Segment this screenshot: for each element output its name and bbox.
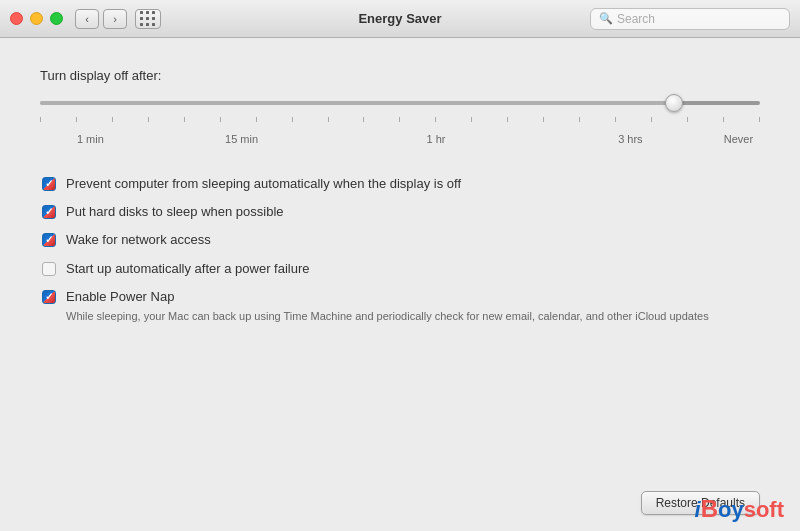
checkmark-icon: ✓ [45, 292, 53, 302]
watermark-rest: oy [718, 497, 744, 522]
checkbox-wrapper[interactable]: ✓ [40, 288, 58, 306]
checkmark-icon: ✓ [45, 235, 53, 245]
minimize-button[interactable] [30, 12, 43, 25]
slider-label-never: Never [724, 133, 753, 145]
slider-track-wrapper[interactable] [40, 93, 760, 113]
checkbox-wake-network[interactable]: ✓ [42, 233, 56, 247]
checkbox-wrapper[interactable]: ✓ [40, 175, 58, 193]
checkmark-icon: ✓ [45, 179, 53, 189]
list-item: ✓ Wake for network access [40, 231, 760, 249]
apps-grid-button[interactable] [135, 9, 161, 29]
titlebar: ‹ › Energy Saver 🔍 Search [0, 0, 800, 38]
slider-track [40, 101, 760, 105]
option-row-power-nap: ✓ Enable Power Nap [40, 288, 760, 306]
nav-forward-button[interactable]: › [103, 9, 127, 29]
slider-label-3hrs: 3 hrs [618, 133, 642, 145]
checkbox-wrapper[interactable] [40, 260, 58, 278]
main-content: Turn display off after: [0, 38, 800, 479]
option-label-power-nap: Enable Power Nap [66, 288, 174, 306]
checkbox-wrapper[interactable]: ✓ [40, 231, 58, 249]
list-item: ✓ Prevent computer from sleeping automat… [40, 175, 760, 193]
options-section: ✓ Prevent computer from sleeping automat… [40, 175, 760, 324]
search-box[interactable]: 🔍 Search [590, 8, 790, 30]
option-subtext-power-nap: While sleeping, your Mac can back up usi… [66, 308, 760, 325]
option-label-hard-disk-sleep: Put hard disks to sleep when possible [66, 203, 284, 221]
list-item: Start up automatically after a power fai… [40, 260, 760, 278]
watermark-b: B [701, 495, 718, 522]
slider-thumb[interactable] [665, 94, 683, 112]
traffic-lights [10, 12, 63, 25]
checkbox-startup-power[interactable] [42, 262, 56, 276]
slider-label-1hr: 1 hr [427, 133, 446, 145]
checkbox-hard-disk-sleep[interactable]: ✓ [42, 205, 56, 219]
option-label-wake-network: Wake for network access [66, 231, 211, 249]
list-item: ✓ Enable Power Nap While sleeping, your … [40, 288, 760, 325]
option-label-startup-power: Start up automatically after a power fai… [66, 260, 310, 278]
search-icon: 🔍 [599, 12, 613, 25]
checkbox-power-nap[interactable]: ✓ [42, 290, 56, 304]
nav-back-button[interactable]: ‹ [75, 9, 99, 29]
slider-label: Turn display off after: [40, 68, 760, 83]
slider-labels-container: 1 min 15 min 1 hr 3 hrs Never [40, 133, 760, 151]
slider-ticks-row [40, 117, 760, 133]
close-button[interactable] [10, 12, 23, 25]
nav-buttons: ‹ › [75, 9, 127, 29]
maximize-button[interactable] [50, 12, 63, 25]
bottom-bar: Restore Defaults [0, 479, 800, 531]
option-label-prevent-sleep: Prevent computer from sleeping automatic… [66, 175, 461, 193]
slider-label-1min: 1 min [77, 133, 104, 145]
list-item: ✓ Put hard disks to sleep when possible [40, 203, 760, 221]
slider-label-15min: 15 min [225, 133, 258, 145]
slider-container: 1 min 15 min 1 hr 3 hrs Never [40, 93, 760, 151]
slider-filled [40, 101, 674, 105]
apps-grid-icon [140, 11, 156, 27]
slider-section: Turn display off after: [40, 68, 760, 151]
checkmark-icon: ✓ [45, 207, 53, 217]
checkbox-prevent-sleep[interactable]: ✓ [42, 177, 56, 191]
watermark-soft: soft [744, 497, 784, 522]
watermark: iBoysoft [695, 495, 784, 523]
window-title: Energy Saver [358, 11, 441, 26]
search-placeholder: Search [617, 12, 655, 26]
checkbox-wrapper[interactable]: ✓ [40, 203, 58, 221]
